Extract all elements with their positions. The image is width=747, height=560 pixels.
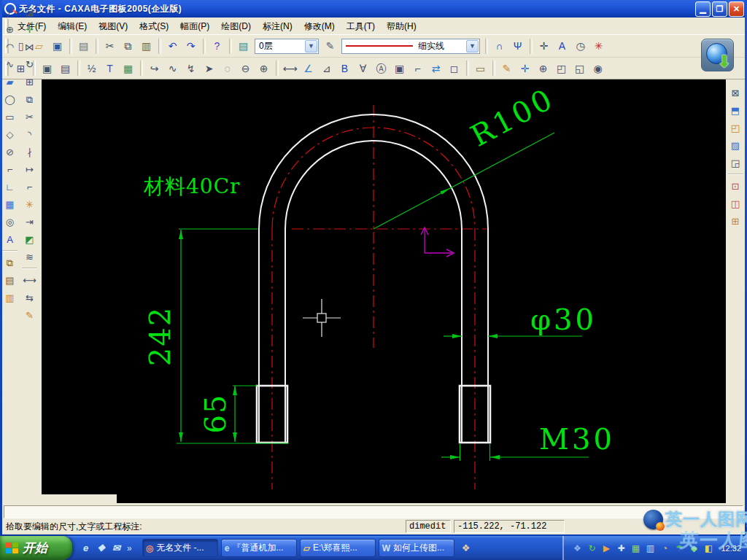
dim-tool[interactable]: ⟷ [20,271,39,289]
dim-surface-button[interactable]: ∀ [354,60,372,77]
style-brush-tool[interactable]: ✎ [20,306,39,324]
menu-format[interactable]: 格式(S) [133,19,174,34]
leader-arrow-button[interactable]: ➤ [200,60,218,77]
quicklaunch-desktop[interactable]: ❖ [95,542,107,554]
quick-launch-chevron[interactable]: » [127,543,132,553]
circle-tool[interactable]: ⊕ [1,20,19,38]
block-edit-tool[interactable]: ▥ [1,289,19,306]
frame-text-button[interactable]: ▤ [56,60,74,77]
break-tool[interactable]: ∤ [20,143,39,160]
start-button[interactable]: 开始 [0,536,72,560]
dim-edit-button[interactable]: ⇄ [427,60,445,77]
erase-tool[interactable]: ◪ [20,3,39,20]
dim-leader-button[interactable]: ⌐ [409,60,427,77]
menu-sheet[interactable]: 幅面(P) [174,19,215,34]
minimize-button[interactable]: ▁ [695,1,711,17]
leader-cloud-button[interactable]: ◌ [218,60,236,77]
dim-thread-label[interactable]: M30 [539,422,615,456]
block-attrib-tool[interactable]: ▤ [1,271,19,289]
frame-window-button[interactable]: ▣ [38,60,56,77]
zoom-window-button[interactable]: ◰ [552,60,570,77]
chevron-down-icon[interactable]: ▼ [305,40,317,52]
taskbar-clock[interactable]: 12:32 [721,544,741,553]
task-caxa[interactable]: ◎ 无名文件 -... [142,539,218,557]
taskbar-badge-icon[interactable]: ❖ [459,540,473,556]
lib-update-button[interactable]: ⊞ [727,212,744,230]
polyline-tool[interactable]: ⌐ [1,160,19,178]
dim-diameter-label[interactable]: φ30 [530,303,597,336]
dim-zoom-button[interactable]: ◻ [445,60,463,77]
lib-image-button[interactable]: ◫ [727,195,744,212]
layer-settings-button[interactable]: ▤ [234,38,252,55]
ruler-button[interactable]: ▭ [471,60,489,77]
menu-modify[interactable]: 修改(M) [298,19,341,34]
menu-view[interactable]: 视图(V) [93,19,133,34]
text-tool[interactable]: A [1,230,19,248]
image-button[interactable]: ▦ [119,60,137,77]
lib-edit-button[interactable]: ◲ [727,154,744,171]
dim-linear-button[interactable]: ⟷ [281,60,299,77]
task-ie[interactable]: e 『普通机加... [221,539,297,557]
tray-browser[interactable]: ◔ [659,542,670,554]
restore-button[interactable]: ❐ [712,1,727,17]
explode-tool[interactable]: ✳ [20,195,39,213]
dim-quick-tool[interactable]: ⇆ [20,289,39,306]
table-button[interactable]: T [101,60,119,77]
material-note[interactable]: 材料40Cr [143,174,240,198]
quicklaunch-mail[interactable]: ✉ [110,542,123,554]
tray-volume[interactable]: ◧ [703,542,714,554]
tray-guard[interactable]: ◆ [688,542,700,554]
move-tool[interactable]: ✛ [20,20,39,38]
leader-zigzag-button[interactable]: ↯ [182,60,200,77]
menu-help[interactable]: 帮助(H) [381,19,422,34]
tray-umbrella[interactable]: ☂ [673,542,685,554]
cut-button[interactable]: ✂ [101,38,119,55]
centerlines[interactable] [272,105,489,489]
snap-button[interactable]: ∩ [490,38,508,55]
corner-tool[interactable]: ⌐ [20,178,39,195]
tray-messenger[interactable]: ❖ [571,542,583,554]
axis-tool[interactable]: ∟ [1,178,19,195]
drawing-canvas[interactable]: 材料40Cr R100 242 65 φ30 M30 [42,79,726,503]
pen-tool[interactable]: ⊘ [1,143,19,160]
redo-button[interactable]: ↷ [182,38,200,55]
save-button[interactable]: ▣ [48,38,66,55]
extend-tool[interactable]: ↦ [20,160,39,178]
line-tool[interactable]: ╱ [1,3,19,20]
lib-export-button[interactable]: ◰ [727,119,744,136]
dim-thread-length-label[interactable]: 65 [198,394,232,434]
task-folder[interactable]: ▱ E:\郑喜熙... [300,539,376,557]
quicklaunch-ie[interactable]: e [80,542,92,554]
tray-shield[interactable]: ✚ [615,542,627,554]
dim-tolerance-button[interactable]: ⊿ [317,60,336,77]
print-button[interactable]: ▤ [74,38,93,55]
rotate-tool[interactable]: ↻ [20,55,39,73]
tray-player[interactable]: ▶ [600,542,612,554]
linestyle-button[interactable]: ✎ [321,38,339,55]
block-create-tool[interactable]: ⧉ [1,254,19,271]
contour-tool[interactable]: ◎ [1,213,19,230]
redraw-button[interactable]: ✳ [589,38,608,55]
dim-frame-button[interactable]: ▣ [390,60,409,77]
stretch-tool[interactable]: ⇥ [20,213,39,230]
leader-target-button[interactable]: ⊕ [255,60,273,77]
sketch-button[interactable]: ✎ [498,60,516,77]
menu-draw[interactable]: 绘图(D) [215,19,257,34]
pan-button[interactable]: ✛ [535,38,553,55]
task-word[interactable]: W 如何上传图... [379,539,454,557]
fill-tool[interactable]: ▰ [1,73,19,90]
mirror-tool[interactable]: ⋈ [20,38,39,55]
tray-display[interactable]: ▦ [630,542,641,554]
command-input[interactable] [4,505,743,518]
ellipse-tool[interactable]: ◯ [1,90,19,108]
block-move-tool[interactable]: ◩ [20,230,39,248]
linetype-combobox[interactable]: 细实线 ▼ [341,39,480,54]
dim-coord-button[interactable]: ∠ [299,60,317,77]
menu-edit[interactable]: 编辑(E) [52,19,93,34]
layer-combobox[interactable]: 0层 ▼ [255,39,319,54]
lib-delete-button[interactable]: ⊠ [727,84,744,101]
array-tool[interactable]: ⊞ [20,73,39,90]
dim-style-button[interactable]: ½ [82,60,101,77]
tray-updater[interactable]: ↻ [586,542,597,554]
leader-wave-button[interactable]: ∿ [163,60,182,77]
